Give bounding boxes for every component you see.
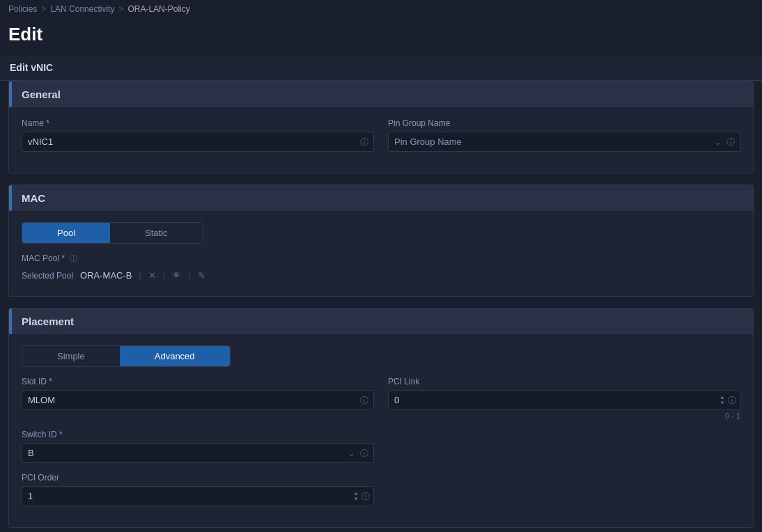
- mac-toggle-group: Pool Static: [22, 222, 203, 244]
- name-label: Name *: [22, 118, 374, 128]
- pci-order-down-btn[interactable]: ▼: [352, 496, 360, 502]
- general-section: General Name * ⓘ Pin Group Name Pin Grou…: [8, 81, 754, 173]
- mac-static-toggle[interactable]: Static: [110, 223, 203, 243]
- pin-group-info-icon[interactable]: ⓘ: [726, 136, 735, 148]
- general-section-header: General: [9, 81, 753, 107]
- breadcrumb: Policies > LAN Connectivity > ORA-LAN-Po…: [0, 0, 762, 18]
- breadcrumb-policies[interactable]: Policies: [8, 4, 37, 14]
- general-form-row: Name * ⓘ Pin Group Name Pin Group Name ⌄…: [22, 118, 740, 152]
- switch-id-label: Switch ID *: [22, 430, 374, 439]
- mac-pool-toggle[interactable]: Pool: [22, 223, 110, 243]
- pci-link-group: PCI Link ▲ ▼ ⓘ 0 - 1: [388, 377, 740, 420]
- pool-divider-3: |: [188, 270, 190, 281]
- name-group: Name * ⓘ: [22, 118, 374, 152]
- name-input-wrapper: ⓘ: [22, 132, 374, 152]
- edit-vnic-header: Edit vNIC: [0, 55, 762, 81]
- pin-group-name-group: Pin Group Name Pin Group Name ⌄ ⓘ: [388, 118, 740, 152]
- slot-id-input-wrapper: ⓘ: [22, 390, 374, 410]
- placement-row-2: Switch ID * A B ⌄ ⓘ: [22, 430, 740, 463]
- pci-order-info-icon[interactable]: ⓘ: [361, 490, 370, 502]
- pci-link-info-icon[interactable]: ⓘ: [728, 394, 736, 406]
- placement-simple-toggle[interactable]: Simple: [22, 346, 120, 366]
- switch-id-select[interactable]: A B: [22, 443, 374, 463]
- pci-order-input-wrapper: ▲ ▼ ⓘ: [22, 486, 374, 506]
- mac-section-header: MAC: [9, 185, 753, 211]
- slot-id-group: Slot ID * ⓘ: [22, 377, 374, 410]
- name-input[interactable]: [22, 132, 374, 152]
- pci-link-input-wrapper: ▲ ▼ ⓘ: [388, 390, 740, 410]
- mac-section: MAC Pool Static MAC Pool * ⓘ Selected Po…: [8, 185, 754, 297]
- pci-link-input[interactable]: [388, 390, 740, 410]
- placement-row-1: Slot ID * ⓘ PCI Link ▲ ▼ ⓘ 0 - 1: [22, 377, 740, 420]
- breadcrumb-sep-1: >: [41, 4, 46, 14]
- pin-group-name-label: Pin Group Name: [388, 118, 740, 128]
- pci-order-label: PCI Order: [22, 473, 374, 483]
- mac-section-body: Pool Static MAC Pool * ⓘ Selected Pool O…: [9, 211, 753, 296]
- name-info-icon[interactable]: ⓘ: [360, 136, 368, 148]
- switch-id-select-wrapper: A B ⌄ ⓘ: [22, 443, 374, 463]
- pci-order-group: PCI Order ▲ ▼ ⓘ: [22, 473, 374, 506]
- pci-link-down-btn[interactable]: ▼: [718, 400, 726, 406]
- pci-order-spinner: ▲ ▼: [352, 486, 360, 506]
- page-title: Edit: [0, 18, 762, 55]
- pci-order-input[interactable]: [22, 486, 374, 506]
- mac-pool-info-icon[interactable]: ⓘ: [70, 254, 77, 263]
- placement-section-body: Simple Advanced Slot ID * ⓘ PCI Link ▲ ▼: [9, 334, 753, 527]
- pin-group-select-wrapper: Pin Group Name ⌄ ⓘ: [388, 132, 740, 152]
- slot-id-input[interactable]: [22, 390, 374, 410]
- pool-divider-1: |: [139, 270, 141, 281]
- mac-pool-group: MAC Pool * ⓘ Selected Pool ORA-MAC-B | ✕…: [22, 253, 740, 281]
- breadcrumb-current: ORA-LAN-Policy: [127, 4, 189, 14]
- pci-link-range: 0 - 1: [388, 412, 740, 420]
- slot-id-info-icon[interactable]: ⓘ: [360, 394, 368, 406]
- placement-row-3: PCI Order ▲ ▼ ⓘ: [22, 473, 740, 506]
- selected-pool-value: ORA-MAC-B: [80, 270, 132, 281]
- placement-toggle-group: Simple Advanced: [22, 345, 231, 367]
- switch-id-info-icon[interactable]: ⓘ: [360, 447, 368, 459]
- pool-divider-2: |: [163, 270, 165, 281]
- placement-advanced-toggle[interactable]: Advanced: [120, 346, 230, 366]
- general-section-body: Name * ⓘ Pin Group Name Pin Group Name ⌄…: [9, 107, 753, 173]
- pci-link-spinner: ▲ ▼: [718, 390, 726, 410]
- pool-clear-icon[interactable]: ✕: [148, 270, 156, 281]
- slot-id-label: Slot ID *: [22, 377, 374, 386]
- selected-pool-label: Selected Pool: [22, 271, 73, 281]
- selected-pool-row: Selected Pool ORA-MAC-B | ✕ | 👁 | ✎: [22, 270, 740, 281]
- breadcrumb-lan-connectivity[interactable]: LAN Connectivity: [50, 4, 114, 14]
- pool-view-icon[interactable]: 👁: [172, 270, 181, 281]
- mac-pool-label: MAC Pool * ⓘ: [22, 253, 740, 264]
- placement-section: Placement Simple Advanced Slot ID * ⓘ PC…: [8, 308, 754, 528]
- switch-id-group: Switch ID * A B ⌄ ⓘ: [22, 430, 374, 463]
- placement-section-header: Placement: [9, 308, 753, 334]
- breadcrumb-sep-2: >: [118, 4, 123, 14]
- pci-link-label: PCI Link: [388, 377, 740, 386]
- pool-edit-icon[interactable]: ✎: [198, 270, 205, 281]
- pin-group-select[interactable]: Pin Group Name: [388, 132, 740, 152]
